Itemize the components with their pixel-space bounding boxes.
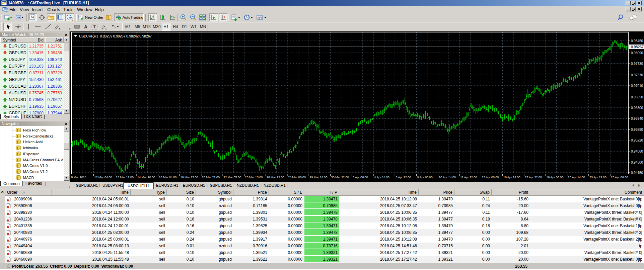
svg-text:5 Apr 22:00: 5 Apr 22:00	[396, 175, 411, 179]
svg-text:0.95940: 0.95940	[631, 117, 643, 120]
svg-text:29 Mar 14:00: 29 Mar 14:00	[309, 175, 327, 179]
svg-text:0.96650: 0.96650	[631, 95, 643, 99]
svg-text:13 Mar 12:00: 13 Mar 12:00	[116, 175, 134, 179]
svg-text:20 Mar 21:00: 20 Mar 21:00	[202, 175, 220, 179]
svg-text:0.94150: 0.94150	[631, 171, 643, 175]
svg-text:25 Apr 06:00: 25 Apr 06:00	[611, 175, 628, 179]
svg-text:11 Apr 22:00: 11 Apr 22:00	[460, 175, 477, 179]
svg-text:28 Mar 06:00: 28 Mar 06:00	[288, 175, 306, 179]
svg-text:0.97010: 0.97010	[631, 84, 643, 88]
svg-text:0.98267: 0.98267	[631, 45, 644, 49]
svg-text:T: T	[93, 25, 96, 29]
svg-text:0.94860: 0.94860	[631, 150, 643, 153]
svg-text:23 Apr 22:00: 23 Apr 22:00	[589, 175, 606, 179]
svg-text:22 Mar 05:00: 22 Mar 05:00	[223, 175, 241, 179]
svg-text:0.94500: 0.94500	[631, 161, 643, 164]
svg-text:0.98090: 0.98090	[631, 51, 643, 55]
svg-text:0.97370: 0.97370	[631, 73, 643, 77]
svg-text:16 Mar 04:00: 16 Mar 04:00	[159, 175, 176, 179]
svg-text:4 Apr 14:00: 4 Apr 14:00	[374, 175, 389, 179]
svg-text:26 Mar 22:00: 26 Mar 22:00	[267, 175, 284, 179]
svg-text:D: D	[105, 27, 107, 30]
svg-text:8 Mar 2018: 8 Mar 2018	[71, 175, 86, 179]
svg-text:16 Apr 14:00: 16 Apr 14:00	[503, 175, 520, 179]
svg-text:USDCHF,H1 0.98259 0.98267 0.9: USDCHF,H1 0.98259 0.98267 0.98242 0.9826…	[79, 34, 152, 38]
svg-text:0.97730: 0.97730	[631, 62, 643, 66]
svg-text:0.96300: 0.96300	[631, 106, 643, 110]
svg-text:9 Apr 06:00: 9 Apr 06:00	[417, 175, 433, 179]
svg-text:0.98450: 0.98450	[631, 39, 643, 43]
svg-text:17 Apr 22:00: 17 Apr 22:00	[525, 175, 542, 179]
svg-text:20 Apr 14:00: 20 Apr 14:00	[568, 175, 585, 179]
svg-text:3 Apr 06:00: 3 Apr 06:00	[353, 175, 368, 179]
svg-text:12 Mar 04:00: 12 Mar 04:00	[94, 175, 112, 179]
svg-text:30 Mar 22:00: 30 Mar 22:00	[331, 175, 349, 179]
svg-text:E: E	[59, 27, 61, 30]
svg-text:19 Apr 06:00: 19 Apr 06:00	[546, 175, 563, 179]
svg-text:14 Mar 20:00: 14 Mar 20:00	[137, 175, 155, 179]
svg-text:F: F	[69, 28, 71, 30]
svg-text:23 Mar 13:00: 23 Mar 13:00	[245, 175, 263, 179]
svg-text:0.95220: 0.95220	[631, 139, 643, 142]
svg-text:13 Apr 06:00: 13 Apr 06:00	[482, 175, 499, 179]
svg-text:10 Apr 14:00: 10 Apr 14:00	[439, 175, 456, 179]
svg-text:19 Mar 13:00: 19 Mar 13:00	[181, 175, 198, 179]
svg-text:0.95580: 0.95580	[631, 128, 643, 131]
